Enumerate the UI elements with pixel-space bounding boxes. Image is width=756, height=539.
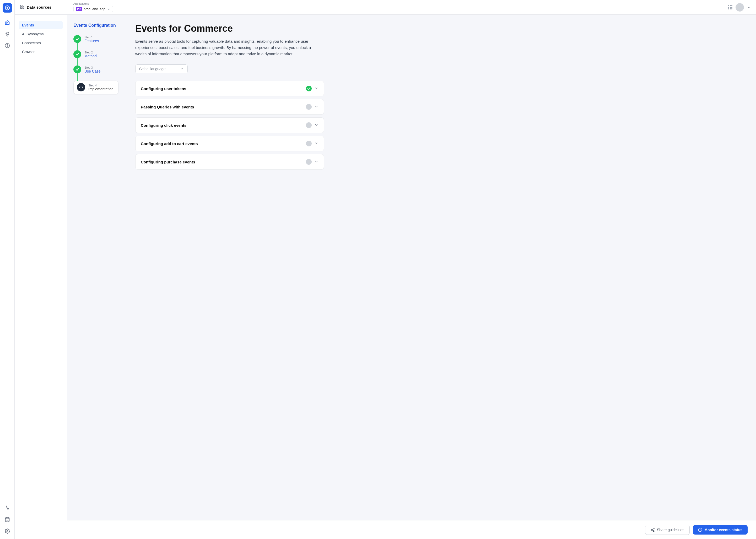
accordion-title-queries: Passing Queries with events <box>141 105 194 109</box>
step-4-icon <box>77 83 85 91</box>
monitor-events-button[interactable]: Monitor events status <box>693 525 748 535</box>
language-chevron-icon <box>180 67 184 71</box>
accordion-chevron-cart-events <box>314 141 319 146</box>
accordion-chevron-purchase-events <box>314 160 319 165</box>
svg-point-11 <box>653 528 654 529</box>
step-3-name: Use Case <box>84 69 100 73</box>
sidebar-item-connectors[interactable]: Connectors <box>19 39 63 47</box>
accordion-header-cart-events[interactable]: Configuring add to cart events <box>136 136 324 151</box>
step-1-name: Features <box>84 39 99 43</box>
page-content: Events for Commerce Events serve as pivo… <box>125 15 756 520</box>
accordion-chevron-click-events <box>314 123 319 128</box>
accordion-title-click-events: Configuring click events <box>141 123 186 127</box>
svg-point-13 <box>653 530 654 531</box>
content-area: Events AI Synonyms Connectors Crawler Ev… <box>15 15 756 539</box>
app-name: prod_env_app <box>84 7 105 11</box>
language-select-label: Select language <box>139 67 165 71</box>
app-selector[interactable]: PR prod_env_app <box>73 6 113 12</box>
step-3[interactable]: Step 3 Use Case <box>73 65 119 81</box>
step-1-circle <box>73 35 81 43</box>
svg-point-2 <box>6 33 8 35</box>
avatar[interactable] <box>735 3 744 12</box>
svg-point-5 <box>5 517 9 519</box>
svg-point-1 <box>7 7 8 9</box>
chart-nav-icon[interactable] <box>3 503 12 513</box>
steps-panel: Events Configuration Step 1 <box>67 15 125 520</box>
step-4-num: Step 4 <box>88 84 114 87</box>
accordion-right-purchase-events <box>306 159 319 165</box>
main-layout: Data sources Applications PR prod_env_ap… <box>15 0 756 539</box>
accordion-right-queries <box>306 104 319 110</box>
accordion-header-user-tokens[interactable]: Configuring user tokens <box>136 81 324 96</box>
accordion-item-cart-events: Configuring add to cart events <box>135 136 324 151</box>
svg-rect-9 <box>21 7 22 9</box>
svg-rect-7 <box>21 5 22 6</box>
status-circle-purchase-events <box>306 159 312 165</box>
logo[interactable] <box>3 3 12 13</box>
accordion-chevron-queries <box>314 105 319 110</box>
grid-apps-icon[interactable] <box>728 5 732 9</box>
svg-line-15 <box>652 529 653 530</box>
datasources-icon <box>20 4 25 10</box>
accordion-right-user-tokens <box>306 86 319 91</box>
step-3-num: Step 3 <box>84 66 100 69</box>
accordion-right-click-events <box>306 122 319 128</box>
help-nav-icon[interactable] <box>3 41 12 50</box>
step-2-circle <box>73 50 81 58</box>
status-circle-user-tokens <box>306 86 312 91</box>
app-chevron-icon <box>107 7 111 11</box>
step-4[interactable]: Step 4 Implementation <box>73 81 119 94</box>
status-circle-queries <box>306 104 312 110</box>
accordion-right-cart-events <box>306 141 319 146</box>
language-select[interactable]: Select language <box>135 64 188 73</box>
svg-line-14 <box>652 530 653 531</box>
accordion-title-purchase-events: Configuring purchase events <box>141 160 195 164</box>
accordion-header-purchase-events[interactable]: Configuring purchase events <box>136 154 324 170</box>
step-1-num: Step 1 <box>84 36 99 39</box>
svg-point-6 <box>7 531 8 532</box>
accordion-chevron-user-tokens <box>314 86 319 91</box>
accordion: Configuring user tokens <box>135 81 324 170</box>
step-2-name: Method <box>84 54 97 58</box>
monitor-events-label: Monitor events status <box>705 528 742 532</box>
svg-point-12 <box>651 529 652 530</box>
accordion-title-cart-events: Configuring add to cart events <box>141 141 198 146</box>
sidebar-item-ai-synonyms[interactable]: AI Synonyms <box>19 30 63 38</box>
svg-rect-10 <box>23 7 24 9</box>
page-description: Events serve as pivotal tools for captur… <box>135 38 314 57</box>
sidebar-item-events[interactable]: Events <box>19 21 63 29</box>
step-2[interactable]: Step 2 Method <box>73 50 119 65</box>
page-title: Events for Commerce <box>135 23 745 34</box>
database-nav-icon[interactable] <box>3 515 12 524</box>
accordion-header-click-events[interactable]: Configuring click events <box>136 117 324 133</box>
main-content: Events Configuration Step 1 <box>67 15 756 539</box>
share-guidelines-button[interactable]: Share guidelines <box>645 525 690 535</box>
applications-label: Applications <box>73 2 113 5</box>
status-circle-click-events <box>306 122 312 128</box>
svg-rect-8 <box>23 5 24 6</box>
step-1[interactable]: Step 1 Features <box>73 35 119 50</box>
sidebar-item-crawler[interactable]: Crawler <box>19 48 63 56</box>
step-2-num: Step 2 <box>84 51 97 54</box>
icon-nav <box>0 0 15 539</box>
monitor-icon <box>698 528 702 532</box>
header: Data sources Applications PR prod_env_ap… <box>15 0 756 15</box>
accordion-header-queries[interactable]: Passing Queries with events <box>136 99 324 115</box>
home-nav-icon[interactable] <box>3 18 12 27</box>
accordion-item-purchase-events: Configuring purchase events <box>135 154 324 170</box>
header-right <box>728 3 751 12</box>
avatar-chevron-icon <box>747 6 751 9</box>
share-icon <box>651 528 655 532</box>
accordion-title-user-tokens: Configuring user tokens <box>141 86 186 91</box>
step-4-name: Implementation <box>88 87 114 91</box>
location-nav-icon[interactable] <box>3 29 12 39</box>
status-circle-cart-events <box>306 141 312 146</box>
step-3-circle <box>73 65 81 73</box>
app-badge: PR <box>76 7 82 11</box>
steps-panel-title: Events Configuration <box>73 23 119 28</box>
accordion-item-queries: Passing Queries with events <box>135 99 324 115</box>
settings-nav-icon[interactable] <box>3 526 12 536</box>
main-inner: Events Configuration Step 1 <box>67 15 756 520</box>
svg-point-4 <box>7 46 7 47</box>
accordion-item-user-tokens: Configuring user tokens <box>135 81 324 96</box>
